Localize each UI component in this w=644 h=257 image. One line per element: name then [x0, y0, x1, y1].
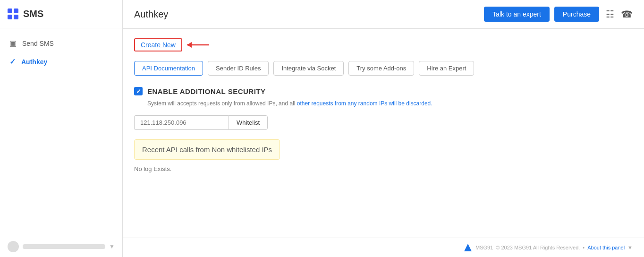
security-header: ✓ ENABLE ADDITIONAL SECURITY	[134, 87, 633, 95]
footer-dropdown-icon[interactable]: ▼	[627, 245, 633, 250]
tab-integrate-via-socket[interactable]: Integrate via Socket	[273, 61, 344, 76]
security-title: ENABLE ADDITIONAL SECURITY	[147, 87, 266, 95]
ip-input-row: Whitelist	[134, 115, 633, 130]
security-section: ✓ ENABLE ADDITIONAL SECURITY System will…	[134, 87, 633, 172]
msg91-logo-icon	[463, 243, 473, 252]
checkbox-check-icon: ✓	[136, 88, 141, 95]
sidebar-item-authkey[interactable]: ✓ Authkey	[0, 52, 122, 71]
purchase-button[interactable]: Purchase	[554, 7, 599, 22]
sidebar-item-authkey-label: Authkey	[21, 58, 47, 66]
footer-logo: MSG91 © 2023 MSG91 All Rights Reserved. …	[463, 243, 633, 252]
tab-hire-an-expert[interactable]: Hire an Expert	[419, 61, 474, 76]
logo-dot-1	[8, 9, 12, 13]
sidebar-footer-user: ▼	[8, 241, 115, 252]
app-title: SMS	[23, 9, 43, 19]
sidebar-header: SMS	[0, 0, 122, 28]
no-log-text: No log Exists.	[134, 165, 633, 172]
security-checkbox[interactable]: ✓	[134, 87, 143, 95]
svg-marker-1	[187, 42, 192, 48]
footer-separator: •	[583, 245, 585, 250]
tab-api-documentation[interactable]: API Documentation	[134, 61, 203, 76]
about-panel-link[interactable]: About this panel	[587, 245, 625, 250]
phone-icon[interactable]: ☎	[621, 9, 633, 20]
svg-marker-2	[464, 244, 472, 251]
talk-to-expert-button[interactable]: Talk to an expert	[484, 7, 550, 22]
sidebar-nav: ▣ Send SMS ✓ Authkey	[0, 28, 122, 236]
sidebar-scroll-arrow[interactable]: ▼	[109, 243, 115, 250]
security-desc-part1: System will accepts requests only from a…	[147, 100, 297, 107]
api-calls-banner: Recent API calls from Non whitelisted IP…	[134, 139, 280, 160]
logo-dot-4	[14, 15, 18, 19]
sidebar-item-send-sms-label: Send SMS	[22, 40, 54, 47]
main-footer: MSG91 © 2023 MSG91 All Rights Reserved. …	[123, 238, 644, 257]
user-info-blurred	[23, 244, 105, 249]
main-header: Authkey Talk to an expert Purchase ☷ ☎	[123, 0, 644, 29]
create-new-box: Create New	[134, 38, 182, 51]
content-area: Create New API Documentation Sender ID R…	[123, 29, 644, 238]
tab-try-some-addons[interactable]: Try some Add-ons	[348, 61, 414, 76]
create-new-wrapper: Create New	[134, 38, 212, 51]
page-title: Authkey	[134, 9, 168, 20]
security-desc-highlight: other requests from any random IPs will …	[297, 100, 432, 107]
authkey-check-icon: ✓	[9, 57, 16, 66]
ip-input[interactable]	[134, 115, 229, 130]
footer-copyright: © 2023 MSG91 All Rights Reserved.	[496, 245, 580, 250]
arrow-icon	[183, 39, 212, 51]
app-logo	[8, 9, 18, 19]
list-icon[interactable]: ☷	[606, 9, 614, 20]
logo-dot-2	[14, 9, 18, 13]
create-new-container: Create New	[134, 38, 212, 51]
sidebar: SMS ▣ Send SMS ✓ Authkey ▼	[0, 0, 123, 257]
create-new-link[interactable]: Create New	[141, 41, 176, 49]
user-avatar	[8, 241, 19, 252]
logo-dot-3	[8, 15, 12, 19]
tab-sender-id-rules[interactable]: Sender ID Rules	[208, 61, 269, 76]
send-sms-icon: ▣	[9, 39, 17, 48]
footer-brand: MSG91	[475, 245, 493, 250]
sidebar-footer: ▼	[0, 236, 122, 257]
sidebar-item-send-sms[interactable]: ▣ Send SMS	[0, 34, 122, 52]
security-description: System will accepts requests only from a…	[147, 99, 633, 108]
header-actions: Talk to an expert Purchase ☷ ☎	[484, 7, 633, 22]
whitelist-button[interactable]: Whitelist	[229, 115, 268, 130]
main-content: Authkey Talk to an expert Purchase ☷ ☎ C…	[123, 0, 644, 257]
tab-buttons: API Documentation Sender ID Rules Integr…	[134, 61, 633, 76]
